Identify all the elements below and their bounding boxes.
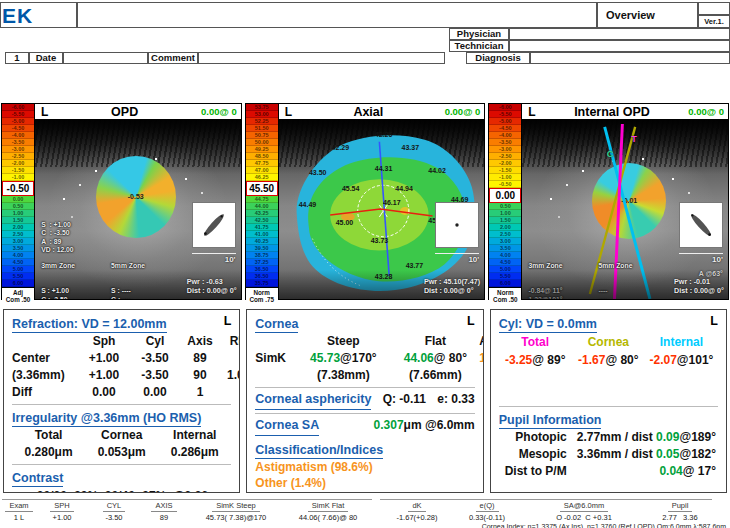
nidek-logo: EK bbox=[0, 2, 77, 28]
map-title: Axial bbox=[292, 105, 445, 119]
scale-step: 0.00 bbox=[2, 196, 34, 203]
scale-step: 41.75 bbox=[246, 224, 278, 231]
footer-stat: e(Q) 0.33(-0.11) bbox=[454, 501, 520, 522]
patient-field[interactable] bbox=[77, 2, 597, 28]
opd-3mm-zone: 3mm Zone S : +1.00C : -3.50A : 90RMS: 1.… bbox=[41, 245, 78, 299]
physician-field[interactable] bbox=[509, 28, 730, 40]
scale-step: -2.00 bbox=[489, 160, 521, 167]
technician-field[interactable] bbox=[509, 40, 730, 52]
scale-step: 4.00 bbox=[2, 252, 34, 259]
scale-step: 40.25 bbox=[246, 238, 278, 245]
scale-step: 41.00 bbox=[246, 231, 278, 238]
scale-step: -5.50 bbox=[2, 111, 34, 118]
version-label: Ver.1. bbox=[698, 15, 730, 28]
axial-color-scale: 53.7553.0052.2551.5050.7550.0049.2548.50… bbox=[245, 103, 278, 300]
pupil-info-title: Pupil Information bbox=[499, 413, 602, 429]
scale-step: 42.50 bbox=[246, 217, 278, 224]
scale-step: 44.00 bbox=[246, 203, 278, 210]
internal-eye-image[interactable]: -0.01 T C 3mm Zone -0.84@ 11°1.23@101°CY… bbox=[522, 120, 728, 299]
scale-step: 43.25 bbox=[246, 210, 278, 217]
footer-stat: SimK Flat 44.06( 7.66)@ 80 bbox=[284, 501, 372, 522]
scale-step: -1.50 bbox=[2, 167, 34, 174]
angular-scale-label: 10' bbox=[435, 253, 479, 264]
pupil-table: Photopic 2.77mm / dist 0.09@189° Mesopic… bbox=[499, 429, 718, 480]
eye-side-label: L bbox=[39, 105, 48, 119]
opd-center-power: -0.53 bbox=[128, 193, 144, 200]
overview-label[interactable]: Overview bbox=[597, 2, 698, 28]
cornea-index-note: Cornea Index: n=1.3375 (Ax,Ins), n=1.376… bbox=[2, 523, 728, 528]
scale-step: -6.00 bbox=[489, 104, 521, 111]
refraction-header: SphCylAxisRMS bbox=[12, 333, 231, 350]
axial-power-value: 43.77 bbox=[406, 261, 424, 268]
map-title: Internal OPD bbox=[536, 105, 689, 119]
scale-step: 3.00 bbox=[2, 238, 34, 245]
scale-step: -4.00 bbox=[489, 132, 521, 139]
internal-opd-panel: -6.00-5.50-5.00-4.50-4.00-3.50-3.00-2.50… bbox=[488, 103, 729, 300]
eye-side-label: L bbox=[283, 105, 292, 119]
diagnosis-label: Diagnosis bbox=[466, 52, 530, 64]
diagnosis-field[interactable] bbox=[530, 52, 730, 64]
eye-side-label: L bbox=[224, 314, 232, 328]
scale-step: 1.50 bbox=[489, 217, 521, 224]
scale-step: -4.50 bbox=[489, 125, 521, 132]
scale-step: 47.00 bbox=[246, 167, 278, 174]
psf-inset bbox=[192, 202, 236, 248]
scale-step: 36.50 bbox=[246, 273, 278, 280]
indices-row: SDP / SRI / SAI: 1.13 / 0.51 / 0.32 bbox=[255, 491, 474, 493]
axial-scale-rows: 53.7553.0052.2551.5050.7550.0049.2548.50… bbox=[246, 104, 278, 287]
simk-radius-row: (7.38mm) (7.66mm) bbox=[255, 367, 474, 384]
opd-5mm-zone: 5mm Zone S : ----C : ----A : ----RMS: --… bbox=[111, 245, 145, 299]
scale-step: 39.50 bbox=[246, 245, 278, 252]
cyl-header: TotalCorneaInternal bbox=[499, 333, 718, 351]
axial-power-value: 44.02 bbox=[428, 167, 446, 174]
psf-inset bbox=[679, 202, 723, 248]
scale-step: -5.00 bbox=[489, 118, 521, 125]
contrast-values: 20/20: 99% 20/40: 97% @3.36mm bbox=[12, 487, 231, 493]
scale-step: 1.50 bbox=[2, 217, 34, 224]
scale-step: -3.50 bbox=[2, 139, 34, 146]
physician-label: Physician bbox=[449, 28, 509, 40]
scale-step: 4.50 bbox=[489, 259, 521, 266]
internal-color-scale: -6.00-5.50-5.00-4.50-4.00-3.50-3.00-2.50… bbox=[488, 103, 521, 300]
date-field[interactable] bbox=[63, 52, 148, 64]
scale-step: 4.50 bbox=[2, 259, 34, 266]
scale-step: 2.50 bbox=[489, 231, 521, 238]
classification-lines: Astigmatism (98.6%)Other (1.4%) bbox=[255, 459, 474, 491]
footer-stat: SPH +1.00 bbox=[36, 501, 88, 522]
comment-label: Comment bbox=[148, 52, 198, 64]
refraction-table: Center +1.00 -3.50 89 (3.36mm) +1.00 -3.… bbox=[12, 350, 231, 401]
scale-step: -3.00 bbox=[2, 146, 34, 153]
axial-power-value: 43.73 bbox=[371, 236, 389, 243]
cyl-value: -1.67 bbox=[578, 353, 605, 367]
scale-step: 1.00 bbox=[2, 210, 34, 217]
scale-step: -5.00 bbox=[2, 118, 34, 125]
opd-eye-image[interactable]: -0.53 S : +1.00C : -3.50A : 89VD : 12.00… bbox=[35, 120, 241, 299]
cyl-component-label: Cornea bbox=[572, 333, 645, 351]
comment-field[interactable] bbox=[198, 52, 445, 64]
scale-step: -0.50 bbox=[489, 181, 521, 188]
alignment-value: 0.00@ 0 bbox=[445, 106, 481, 117]
axial-power-value: 43.50 bbox=[309, 168, 327, 175]
axial-power-value: 44.69 bbox=[451, 195, 469, 202]
cyl-values: -3.25@ 89°-1.67@ 80°-2.07@101° bbox=[499, 351, 718, 369]
scale-step: 3.00 bbox=[489, 238, 521, 245]
cornea-title: Cornea bbox=[255, 317, 298, 333]
eye-side-label: L bbox=[467, 314, 475, 328]
footer-stats: Exam 1 L SPH +1.00 CYL -3.50 AXIS 89 bbox=[0, 499, 730, 528]
scale-step: 6.00 bbox=[2, 280, 34, 287]
footer-stat: SA@6.0mm O -0.02 C +0.31 bbox=[520, 501, 648, 522]
axial-power-value: 44.31 bbox=[375, 165, 393, 172]
scale-step: 0.50 bbox=[489, 203, 521, 210]
row-label: Diff bbox=[12, 384, 78, 401]
map-row: -6.00-5.50-5.00-4.50-4.00-3.50-3.00-2.50… bbox=[0, 103, 730, 300]
footer-stat: AXIS 89 bbox=[140, 501, 188, 522]
axial-eye-image[interactable]: 42.2642.2943.3743.5044.3144.0245.5444.94… bbox=[279, 120, 485, 299]
pupil-row-label: Mesopic bbox=[499, 446, 577, 463]
simk-astig: 1.67 bbox=[479, 350, 483, 367]
opd-topography-disc: -0.53 bbox=[96, 156, 176, 238]
scale-step: 53.75 bbox=[246, 104, 278, 111]
cornea-box: Cornea L SteepFlatAstig SimK 45.73@170° … bbox=[246, 309, 483, 493]
scale-step: -1.00 bbox=[489, 174, 521, 181]
irregularity-values: 0.280μm0.053μm0.286μm bbox=[12, 444, 231, 461]
irregularity-title: Irregularity @3.36mm (HO RMS) bbox=[12, 411, 201, 427]
